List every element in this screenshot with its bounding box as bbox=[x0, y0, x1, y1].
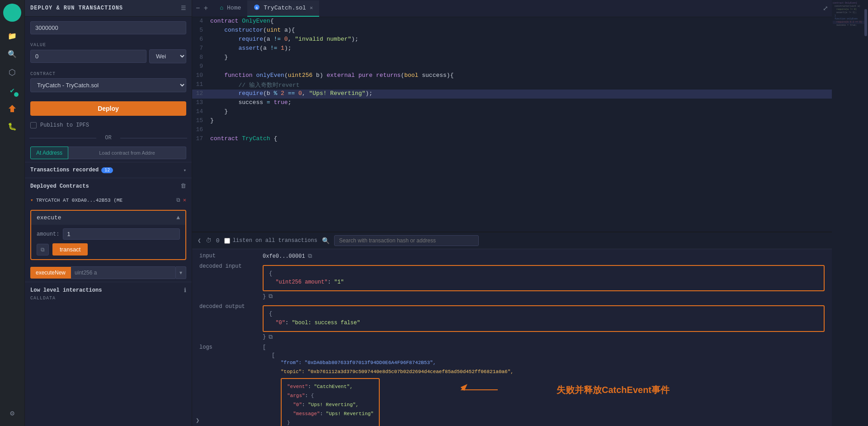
tab-home[interactable]: ⌂ Home bbox=[213, 1, 247, 16]
listen-label: listen on all transactions bbox=[233, 237, 317, 244]
file-tab-label: TryCatch.sol bbox=[264, 5, 306, 11]
log-from: "from": "0xDA0bab807633f07013f94DD0E6A4F… bbox=[281, 359, 825, 368]
code-line-17: 17 contract TryCatch { bbox=[192, 135, 832, 144]
zoom-out-button[interactable]: − bbox=[196, 5, 200, 13]
panel-title: DEPLOY & RUN TRANSACTIONS bbox=[30, 5, 123, 11]
close-icon[interactable]: ✕ bbox=[183, 197, 186, 204]
wei-select[interactable]: Wei Gwei Finney Ether bbox=[149, 49, 186, 63]
calldata-label: CALLDATA bbox=[25, 296, 192, 303]
chevron-right-icon[interactable]: ▾ bbox=[30, 197, 33, 203]
home-tab-label: Home bbox=[227, 5, 241, 11]
uint-arrow-button[interactable]: ▾ bbox=[176, 266, 186, 279]
svg-marker-1 bbox=[9, 9, 15, 16]
contract-instance-name: TRYCATCH AT 0XDA0...42B53 (ME bbox=[36, 198, 174, 203]
decoded-output-box: { "0": "bool: success false" bbox=[263, 305, 825, 331]
collapse-icon[interactable]: ❮ bbox=[198, 237, 201, 244]
home-tab-icon: ⌂ bbox=[220, 5, 223, 11]
clock-icon: ⏱ bbox=[206, 237, 212, 244]
trash-icon[interactable]: 🗑 bbox=[180, 183, 186, 189]
gas-limit-input[interactable] bbox=[30, 21, 186, 34]
decoded-input-box: { "uint256 amount": "1" bbox=[263, 265, 825, 291]
logs-wrapper: logs [ [ "from": "0xDA0bab807633f07013f9… bbox=[199, 344, 825, 426]
sidebar-icon-debug[interactable]: 🐛 bbox=[4, 118, 20, 135]
copy-icon[interactable]: ⧉ bbox=[176, 197, 180, 204]
decoded-input-copy[interactable]: ⧉ bbox=[269, 293, 273, 300]
code-line-13: 13 success = true; bbox=[192, 99, 832, 108]
deploy-panel: DEPLOY & RUN TRANSACTIONS ☰ VALUE Wei Gw… bbox=[25, 0, 192, 426]
contract-section: CONTRACT TryCatch - TryCatch.sol bbox=[25, 68, 192, 97]
sidebar-icon-search[interactable]: 🔍 bbox=[4, 46, 20, 62]
sidebar-icon-settings[interactable]: ⚙ bbox=[4, 405, 20, 421]
input-row: input 0xfe0...00001 ⧉ bbox=[199, 253, 825, 260]
zoom-in-button[interactable]: + bbox=[204, 5, 208, 13]
copy-button[interactable]: ⧉ bbox=[37, 244, 49, 256]
right-scrollbar[interactable]: contract OnlyEven{ constructor(uint a) r… bbox=[832, 0, 868, 426]
logs-label: logs bbox=[199, 344, 254, 426]
logs-row: logs [ [ "from": "0xDA0bab807633f07013f9… bbox=[199, 344, 825, 426]
transactions-header[interactable]: Transactions recorded 12 ▾ bbox=[25, 162, 192, 178]
deploy-button[interactable]: Deploy bbox=[30, 101, 186, 116]
decoded-input-row: decoded input { "uint256 amount": "1" } … bbox=[199, 263, 825, 300]
execute-header: execute ▲ bbox=[31, 211, 185, 225]
contract-select[interactable]: TryCatch - TryCatch.sol bbox=[30, 78, 186, 92]
tab-bar: − + ⌂ Home S TryCatch.sol ✕ ⤢ bbox=[192, 0, 832, 17]
load-contract-button[interactable]: Load contract from Addre bbox=[68, 147, 186, 159]
code-editor: 4 contract OnlyEven{ 5 constructor(uint … bbox=[192, 17, 832, 232]
listen-checkbox[interactable] bbox=[224, 238, 230, 244]
decoded-input-content: { "uint256 amount": "1" bbox=[269, 270, 818, 287]
file-tab-icon: S bbox=[254, 4, 260, 12]
deployed-contracts-title: Deployed Contracts bbox=[30, 183, 89, 189]
contract-label: CONTRACT bbox=[30, 71, 186, 76]
tx-count: 0 bbox=[216, 237, 220, 244]
code-line-16: 16 bbox=[192, 126, 832, 135]
low-level-title: Low level interactions bbox=[30, 287, 102, 293]
decoded-output-row: decoded output { "0": "bool: success fal… bbox=[199, 303, 825, 340]
sidebar-icon-plugin[interactable]: ⬡ bbox=[4, 64, 20, 80]
transaction-area: ❮ ⏱ 0 listen on all transactions 🔍 input… bbox=[192, 232, 832, 426]
sidebar-icon-check[interactable]: ✔ bbox=[4, 82, 20, 99]
sidebar-icon-files[interactable]: 📁 bbox=[4, 28, 20, 44]
code-line-10: 10 function onlyEven(uint256 b) external… bbox=[192, 71, 832, 80]
code-line-12: 12 require(b % 2 == 0, "Ups! Reverting")… bbox=[192, 90, 832, 99]
icon-sidebar: 📁 🔍 ⬡ ✔ 🐛 ⚙ bbox=[0, 0, 25, 426]
tx-content: input 0xfe0...00001 ⧉ decoded input { "u… bbox=[192, 249, 832, 426]
tab-trycatch[interactable]: S TryCatch.sol ✕ bbox=[247, 0, 319, 17]
svg-text:S: S bbox=[256, 6, 258, 10]
tx-search-input[interactable] bbox=[334, 235, 479, 246]
decoded-output-copy[interactable]: ⧉ bbox=[269, 334, 273, 341]
at-address-row: At Address Load contract from Addre bbox=[30, 147, 186, 159]
or-divider: OR bbox=[25, 132, 192, 144]
annotation-text: 失败并释放CatchEvent事件 bbox=[557, 384, 670, 396]
at-address-button[interactable]: At Address bbox=[30, 147, 68, 159]
code-line-14: 14 } bbox=[192, 108, 832, 117]
low-level-header: Low level interactions ℹ bbox=[25, 282, 192, 296]
code-line-4: 4 contract OnlyEven{ bbox=[192, 17, 832, 26]
main-area: − + ⌂ Home S TryCatch.sol ✕ ⤢ 4 contract… bbox=[192, 0, 832, 426]
status-dot bbox=[14, 92, 19, 97]
decoded-output-label: decoded output bbox=[199, 303, 254, 340]
amount-input[interactable] bbox=[63, 228, 180, 240]
execute-new-row: executeNew ▾ bbox=[30, 266, 186, 279]
tab-close-button[interactable]: ✕ bbox=[310, 5, 313, 11]
execute-box: execute ▲ amount: ⧉ transact bbox=[30, 210, 186, 260]
value-input[interactable] bbox=[30, 50, 146, 63]
code-line-7: 7 assert(a != 1); bbox=[192, 44, 832, 53]
transact-button[interactable]: transact bbox=[52, 243, 88, 256]
chevron-down-icon: ▾ bbox=[183, 167, 186, 173]
code-line-8: 8 } bbox=[192, 53, 832, 62]
expand-button[interactable]: ⤢ bbox=[823, 5, 828, 12]
uint-input[interactable] bbox=[71, 266, 176, 279]
deployed-contracts-header[interactable]: Deployed Contracts 🗑 bbox=[25, 178, 192, 194]
bottom-icons: ⚙ bbox=[4, 405, 20, 426]
execute-new-button[interactable]: executeNew bbox=[30, 267, 71, 279]
publish-label: Publish to IPFS bbox=[40, 122, 89, 128]
publish-checkbox[interactable] bbox=[30, 122, 37, 128]
bottom-expand-button[interactable]: ❯ bbox=[192, 415, 203, 426]
execute-chevron-icon[interactable]: ▲ bbox=[176, 214, 180, 221]
input-copy-icon[interactable]: ⧉ bbox=[308, 253, 312, 260]
info-icon[interactable]: ℹ bbox=[184, 287, 186, 294]
sidebar-icon-deploy[interactable] bbox=[4, 100, 20, 117]
panel-menu-icon[interactable]: ☰ bbox=[181, 5, 186, 12]
input-value: 0xfe0...00001 ⧉ bbox=[263, 253, 312, 260]
tx-toolbar: ❮ ⏱ 0 listen on all transactions 🔍 bbox=[192, 232, 832, 249]
